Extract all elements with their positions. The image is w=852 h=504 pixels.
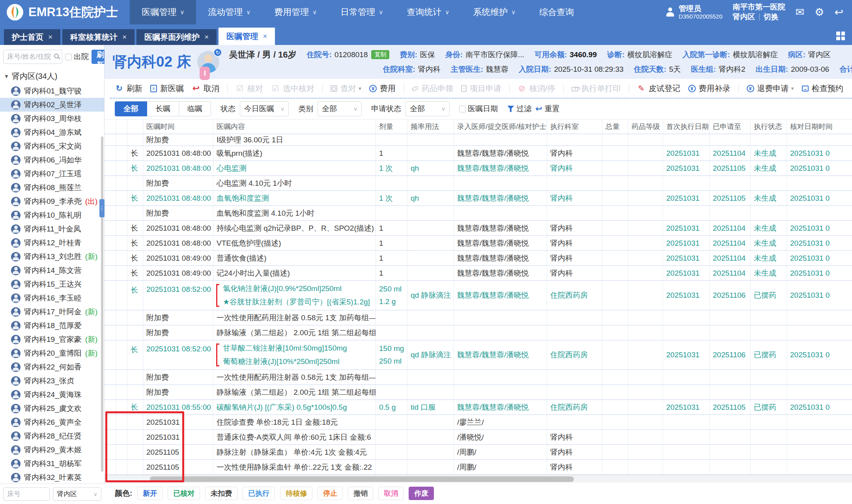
charge-row[interactable]: 20251105静脉注射（静脉采血） 单价:4元 1次 金额:4元/周鹏/肾内科 <box>105 445 852 460</box>
nav-menu-item[interactable]: 系统维护∨ <box>461 0 527 24</box>
patient-list-item[interactable]: 肾内科02_吴世泽 <box>0 98 104 112</box>
avatar-sync-icon[interactable]: ↻ <box>213 48 222 57</box>
toolbar-button-皮试登记[interactable]: 皮试登记 <box>637 83 680 94</box>
order-row[interactable]: 长20251031 08:49:00普通饮食(描述)1魏慧蓉/魏慧蓉/潘晓悦肾内… <box>105 251 852 266</box>
patient-search-input[interactable] <box>3 50 62 64</box>
patient-list-item[interactable]: 肾内科04_游东斌 <box>0 125 104 139</box>
patient-list-item[interactable]: 肾内科01_魏守骏 <box>0 84 104 98</box>
layout-grid-icon[interactable] <box>836 32 845 40</box>
order-date-checkbox[interactable]: 医嘱日期 <box>459 104 498 114</box>
toolbar-button-退费申请[interactable]: 退费申请▾ <box>747 83 794 94</box>
charge-row[interactable]: 20251031住院诊查费 单价:18元 1日 金额:18元/廖兰兰/ <box>105 415 852 430</box>
tab-医嘱管理[interactable]: 医嘱管理× <box>219 28 275 45</box>
patient-list-item[interactable]: 肾内科12_叶桂青 <box>0 236 104 250</box>
patient-list-item[interactable]: 肾内科10_陈礼明 <box>0 208 104 222</box>
patient-list-item[interactable]: 肾内科22_何如香 <box>0 360 104 374</box>
patient-list-item[interactable]: 肾内科25_虞文欢 <box>0 401 104 415</box>
nav-menu-item[interactable]: 日常管理∨ <box>329 0 395 24</box>
patient-list-item[interactable]: 肾内科18_范厚爱 <box>0 319 104 332</box>
order-row[interactable]: 长20251031 08:55:00碳酸氢钠片(J) [(广东采) 0.5g*1… <box>105 400 852 415</box>
toolbar-button-新医嘱[interactable]: 新医嘱 <box>150 83 184 94</box>
cell-text: Ⅰ级护理 36.00元 1日 <box>217 135 283 145</box>
sidebar-scrollbar[interactable] <box>101 136 103 472</box>
tab-close-icon[interactable]: × <box>263 32 267 41</box>
segment-全部[interactable]: 全部 <box>115 101 147 116</box>
fee-row[interactable]: 附加费静脉输液（第二组起） 2.00元 1组 第二组起每组 <box>105 325 852 340</box>
tab-科室核算统计[interactable]: 科室核算统计× <box>62 29 135 45</box>
fee-row[interactable]: 附加费Ⅰ级护理 36.00元 1日 <box>105 134 852 146</box>
patient-list-item[interactable]: 肾内科05_宋文岗 <box>0 139 104 153</box>
copy-button[interactable]: 复制 <box>371 50 389 59</box>
nav-menu-item[interactable]: 费用管理∨ <box>262 0 329 24</box>
fee-row[interactable]: 附加费一次性使用配药用注射器 0.58元 1支 加药每组— <box>105 310 852 325</box>
toolbar-button-取消[interactable]: 取消 <box>192 83 219 94</box>
patient-list-item[interactable]: 肾内科14_陈文营 <box>0 263 104 277</box>
toolbar-button-检查预约[interactable]: 检查预约 <box>802 83 843 94</box>
patient-list-item[interactable]: 肾内科13_刘忠胜(新) <box>0 250 104 263</box>
tab-护士首页[interactable]: 护士首页× <box>4 29 60 45</box>
patient-list-item[interactable]: 肾内科17_叶阿金(新) <box>0 305 104 319</box>
toolbar-button-刷新[interactable]: 刷新 <box>115 83 142 94</box>
med-group-row[interactable]: 长20251031 08:52:00氯化钠注射液(J)[0.9%*250ml]2… <box>105 281 852 310</box>
patient-list-item[interactable]: 肾内科20_童博阳(新) <box>0 346 104 360</box>
segment-临嘱[interactable]: 临嘱 <box>179 101 211 116</box>
patient-list-item[interactable]: 肾内科19_官家豪(新) <box>0 332 104 346</box>
order-row[interactable]: 长20251031 08:48:00VTE低危护理(描述)1魏慧蓉/魏慧蓉/潘晓… <box>105 236 852 251</box>
patient-list-item[interactable]: 肾内科26_黄声全 <box>0 415 104 429</box>
patient-list-item[interactable]: 肾内科24_黄海珠 <box>0 388 104 401</box>
tab-close-icon[interactable]: × <box>204 33 209 41</box>
patient-list-item[interactable]: 肾内科06_冯如华 <box>0 153 104 167</box>
fee-row[interactable]: 附加费血氧饱和度监测 4.10元 1小时 <box>105 206 852 221</box>
tab-close-icon[interactable]: × <box>122 33 127 41</box>
filter-select-类别[interactable]: 全部∨ <box>318 101 362 116</box>
med-group-row[interactable]: 长20251031 08:52:00甘草酸二铵注射液[10ml:50mg]150… <box>105 340 852 370</box>
reset-button[interactable]: ↩ 重置 <box>535 104 560 114</box>
charge-row[interactable]: 20251031普通床位费-A类双人间 单价:60元 1床日 金额:6/潘晓悦/… <box>105 430 852 445</box>
patient-list-item[interactable]: 肾内科29_黄木姬 <box>0 443 104 457</box>
patient-list-item[interactable]: 肾内科15_王达兴 <box>0 277 104 291</box>
patient-list-item[interactable]: 肾内科07_江玉瑶 <box>0 167 104 181</box>
nav-menu-item[interactable]: 查询统计∨ <box>395 0 461 24</box>
patient-list-item[interactable]: 肾内科28_纪任贤 <box>0 429 104 443</box>
sidebar-collapse-handle[interactable]: ⋮ <box>99 199 105 217</box>
nav-menu-item[interactable]: 医嘱管理∨ <box>130 0 196 24</box>
horizontal-scroll-thumb[interactable] <box>150 476 574 482</box>
patient-list-item[interactable]: 肾内科16_李玉睦 <box>0 291 104 305</box>
switch-ward-button[interactable]: 切换 <box>764 12 779 22</box>
patient-list-item[interactable]: 肾内科09_李承尧(出) <box>0 194 104 208</box>
order-row[interactable]: 长20251031 08:48:00吸氧prn(描述)1魏慧蓉/魏慧蓉/潘晓悦肾… <box>105 146 852 161</box>
ward-select[interactable]: 肾内区 ∨ <box>53 487 101 501</box>
horizontal-scrollbar[interactable] <box>105 475 852 483</box>
fee-row[interactable]: 附加费静脉输液（第二组起） 2.00元 1组 第二组起每组 <box>105 385 852 400</box>
nav-menu-item[interactable]: 流动管理∨ <box>196 0 262 24</box>
ward-tree-root[interactable]: ▼ 肾内区(34人) <box>0 67 104 83</box>
filter-select-状态[interactable]: 今日医嘱∨ <box>240 101 289 116</box>
patient-list-item[interactable]: 肾内科11_叶金凤 <box>0 222 104 236</box>
toolbar-button-费用[interactable]: 费用 <box>369 83 396 94</box>
charge-row[interactable]: 20251105一次性使用静脉采血针 单价:.22元 1支 金额:.22/周鹏/… <box>105 460 852 475</box>
patient-list-item[interactable]: 肾内科31_胡杨军 <box>0 457 104 470</box>
mail-icon[interactable]: ✉ <box>796 7 805 18</box>
fee-row[interactable]: 附加费一次性使用配药用注射器 0.58元 1支 加药每组— <box>105 370 852 385</box>
patient-list-item[interactable]: 肾内科03_周华枝 <box>0 112 104 125</box>
discharge-filter-checkbox[interactable]: 出院 <box>65 52 89 62</box>
nav-menu-item[interactable]: 综合查询 <box>527 0 586 24</box>
patient-list-item[interactable]: 肾内科08_熊莲兰 <box>0 181 104 194</box>
back-icon[interactable]: ↩ <box>834 7 843 18</box>
fee-row[interactable]: 附加费心电监测 4.10元 1小时 <box>105 176 852 191</box>
patient-list-item[interactable]: 肾内科23_张贞 <box>0 374 104 388</box>
settings-icon[interactable]: ⚙ <box>815 7 824 18</box>
bed-number-input[interactable] <box>3 487 50 501</box>
order-row[interactable]: 长20251031 08:49:00记24小时出入量(描述)1魏慧蓉/魏慧蓉/潘… <box>105 266 852 281</box>
order-row[interactable]: 长20251031 08:48:00血氧饱和度监测1 次qh魏慧蓉/魏慧蓉/潘晓… <box>105 191 852 206</box>
user-info[interactable]: 管理员 D350702005520 <box>665 4 723 20</box>
order-row[interactable]: 长20251031 08:48:00持续心电监测 q2h记录BP、P、R、SPO… <box>105 221 852 236</box>
toolbar-button-费用补录[interactable]: 费用补录 <box>688 83 731 94</box>
tab-医嘱界面列维护[interactable]: 医嘱界面列维护× <box>136 29 217 45</box>
tab-close-icon[interactable]: × <box>48 33 52 41</box>
patient-list-item[interactable]: 肾内科32_叶素英 <box>0 470 104 484</box>
order-row[interactable]: 长20251031 08:48:00心电监测1 次qh魏慧蓉/魏慧蓉/潘晓悦肾内… <box>105 161 852 176</box>
segment-长嘱[interactable]: 长嘱 <box>147 101 179 116</box>
filter-select-申请状态[interactable]: 全部∨ <box>405 101 450 116</box>
filter-button[interactable]: 过滤 <box>507 104 531 114</box>
